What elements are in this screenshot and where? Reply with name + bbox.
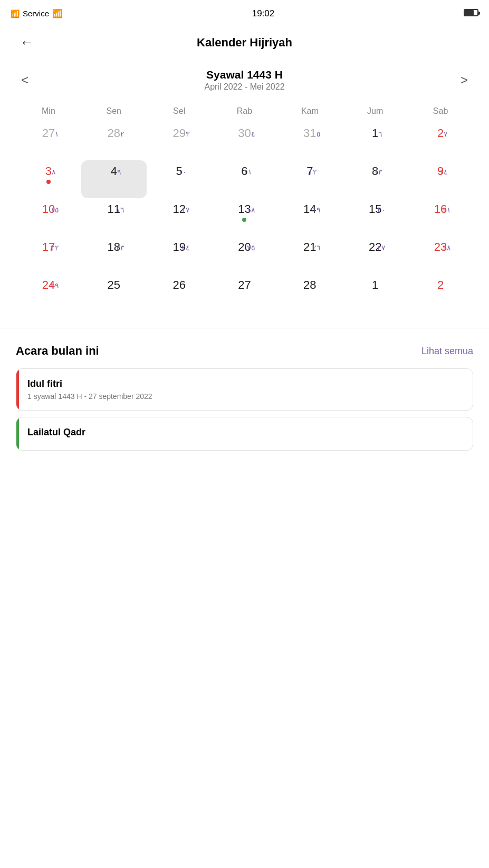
month-info: Syawal 1443 H April 2022 - Mei 2022: [204, 69, 284, 92]
gregorian-date: 25: [108, 278, 120, 292]
day-header: Kam: [277, 102, 342, 120]
calendar-cell[interactable]: 5١٠: [147, 160, 212, 198]
day-header: Jum: [342, 102, 408, 120]
calendar-cell[interactable]: 23٢٨: [408, 236, 473, 274]
calendar-cell[interactable]: 14١٩: [277, 198, 342, 236]
calendar-cell[interactable]: 2٧: [408, 122, 473, 160]
calendar-cell[interactable]: 21٢٦: [277, 236, 342, 274]
calendar-cell[interactable]: 16٢١: [408, 198, 473, 236]
gregorian-date: 2: [437, 278, 444, 292]
calendar-cell[interactable]: 28٢: [81, 122, 147, 160]
hijri-date: ٣: [186, 130, 190, 139]
event-card[interactable]: Lailatul Qadr: [16, 417, 473, 451]
gregorian-date: 19٢٤: [172, 240, 185, 254]
gregorian-date: 13١٨: [238, 202, 251, 216]
hijri-date: ٢٠: [377, 206, 386, 214]
calendar-cell[interactable]: 30٤: [212, 122, 277, 160]
event-content: Idul fitri1 syawal 1443 H - 27 september…: [19, 369, 473, 410]
event-name: Idul fitri: [27, 378, 464, 389]
status-bar: 📶 Service 📶 19:02: [0, 0, 489, 27]
gregorian-date: 29٣: [172, 126, 185, 140]
calendar-cell[interactable]: 20٢٥: [212, 236, 277, 274]
gregorian-date: 15٢٠: [369, 202, 381, 216]
gregorian-date: 17٢٢: [42, 240, 55, 254]
day-headers: MinSenSelRabKamJumSab: [16, 102, 473, 120]
see-all-button[interactable]: Lihat semua: [421, 346, 473, 357]
calendar-cell[interactable]: 25: [81, 274, 147, 312]
month-hijri: Syawal 1443 H: [204, 69, 284, 81]
day-header: Sel: [147, 102, 212, 120]
calendar-cell[interactable]: 7١٢: [277, 160, 342, 198]
event-list: Idul fitri1 syawal 1443 H - 27 september…: [16, 368, 473, 451]
calendar-cell[interactable]: 9١٤: [408, 160, 473, 198]
calendar-cell[interactable]: 27: [212, 274, 277, 312]
month-gregorian: April 2022 - Mei 2022: [204, 82, 284, 92]
hijri-date: ١٤: [439, 168, 448, 177]
gregorian-date: 10١٥: [42, 202, 55, 216]
event-name: Lailatul Qadr: [27, 427, 464, 438]
calendar-cell[interactable]: 22٢٧: [342, 236, 408, 274]
hijri-date: ١٣: [374, 168, 382, 177]
month-nav: < Syawal 1443 H April 2022 - Mei 2022 >: [16, 69, 473, 92]
gregorian-date: 28٢: [108, 126, 120, 140]
prev-month-button[interactable]: <: [16, 71, 34, 90]
hijri-date: ١٦: [116, 206, 124, 214]
calendar-cell[interactable]: 29٣: [147, 122, 212, 160]
next-month-button[interactable]: >: [455, 71, 473, 90]
gregorian-date: 21٢٦: [303, 240, 316, 254]
status-left: 📶 Service 📶: [11, 8, 63, 18]
calendar-cell[interactable]: 11١٦: [81, 198, 147, 236]
back-button[interactable]: ←: [16, 32, 38, 53]
gregorian-date: 31٥: [303, 126, 316, 140]
events-title: Acara bulan ini: [16, 344, 99, 358]
calendar-cell[interactable]: 3٨: [16, 160, 81, 198]
gregorian-date: 27: [238, 278, 251, 292]
calendar-cell[interactable]: 12١٧: [147, 198, 212, 236]
calendar-cell[interactable]: 27١: [16, 122, 81, 160]
calendar-cell[interactable]: 31٥: [277, 122, 342, 160]
event-dot: [242, 218, 246, 222]
calendar-cell[interactable]: 13١٨: [212, 198, 277, 236]
calendar-cell[interactable]: 17٢٢: [16, 236, 81, 274]
carrier-label: Service: [23, 9, 49, 18]
gregorian-date: 1٦: [372, 126, 378, 140]
gregorian-date: 30٤: [238, 126, 251, 140]
hijri-date: ١٥: [51, 206, 59, 214]
hijri-date: ٢٤: [181, 243, 190, 252]
events-section: Acara bulan ini Lihat semua Idul fitri1 …: [0, 334, 489, 467]
day-header: Sen: [81, 102, 147, 120]
gregorian-date: 8١٣: [372, 164, 378, 178]
hijri-date: ١: [55, 130, 59, 139]
calendar-cell[interactable]: 26: [147, 274, 212, 312]
calendar-cell[interactable]: 18٢٣: [81, 236, 147, 274]
gregorian-date: 11١٦: [108, 202, 120, 216]
day-header: Sab: [408, 102, 473, 120]
calendar-cell[interactable]: 19٢٤: [147, 236, 212, 274]
calendar-container: < Syawal 1443 H April 2022 - Mei 2022 > …: [0, 63, 489, 323]
gregorian-date: 14١٩: [303, 202, 316, 216]
calendar-cell[interactable]: 24٢٩: [16, 274, 81, 312]
gregorian-date: 6١١: [241, 164, 247, 178]
event-card[interactable]: Idul fitri1 syawal 1443 H - 27 september…: [16, 368, 473, 411]
hijri-date: ٤: [251, 130, 255, 139]
calendar-cell[interactable]: 10١٥: [16, 198, 81, 236]
calendar-cell[interactable]: 8١٣: [342, 160, 408, 198]
hijri-date: ٢٥: [247, 243, 255, 252]
day-header: Min: [16, 102, 81, 120]
page-title: Kalender Hijriyah: [197, 36, 292, 50]
hijri-date: ٦: [378, 130, 382, 139]
hijri-date: ٢٧: [377, 243, 386, 252]
gregorian-date: 2٧: [437, 126, 444, 140]
calendar-cell[interactable]: 2: [408, 274, 473, 312]
gregorian-date: 9١٤: [437, 164, 444, 178]
calendar-cell[interactable]: 4٩: [81, 160, 147, 198]
calendar-cell[interactable]: 28: [277, 274, 342, 312]
hijri-date: ١٢: [309, 168, 317, 177]
signal-icon: 📶: [11, 9, 20, 18]
gregorian-date: 7١٢: [306, 164, 313, 178]
calendar-cell[interactable]: 15٢٠: [342, 198, 408, 236]
calendar-cell[interactable]: 1٦: [342, 122, 408, 160]
calendar-cell[interactable]: 6١١: [212, 160, 277, 198]
gregorian-date: 26: [172, 278, 185, 292]
calendar-cell[interactable]: 1: [342, 274, 408, 312]
